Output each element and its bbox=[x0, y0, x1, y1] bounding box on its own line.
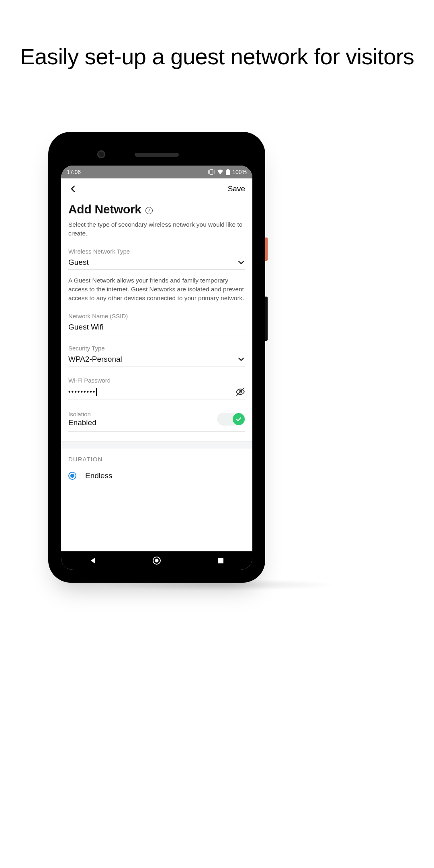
svg-point-8 bbox=[155, 559, 158, 563]
chevron-left-icon bbox=[69, 185, 77, 193]
save-button[interactable]: Save bbox=[228, 184, 245, 193]
ssid-label: Network Name (SSID) bbox=[68, 313, 245, 319]
isolation-toggle[interactable] bbox=[217, 413, 245, 426]
phone-speaker bbox=[135, 153, 179, 157]
svg-rect-4 bbox=[226, 170, 230, 175]
nav-recents-button[interactable] bbox=[215, 555, 227, 567]
duration-section-title: DURATION bbox=[68, 456, 245, 463]
chevron-down-icon bbox=[237, 355, 245, 363]
network-type-select[interactable]: Wireless Network Type Guest bbox=[68, 248, 245, 270]
phone-front-camera bbox=[97, 150, 105, 158]
password-label: Wi-Fi Password bbox=[68, 377, 245, 384]
radio-selected-icon bbox=[68, 472, 76, 480]
duration-option-label: Endless bbox=[85, 471, 113, 480]
back-button[interactable] bbox=[68, 184, 78, 194]
status-bar: 17:06 100% bbox=[61, 166, 252, 178]
duration-option-endless[interactable]: Endless bbox=[68, 471, 245, 480]
network-type-description: A Guest Network allows your friends and … bbox=[68, 276, 245, 302]
ssid-input[interactable] bbox=[68, 323, 245, 332]
svg-rect-0 bbox=[210, 170, 213, 174]
vibrate-icon bbox=[208, 169, 215, 175]
security-type-label: Security Type bbox=[68, 345, 245, 352]
phone-screen: 17:06 100% Save Add N bbox=[61, 166, 252, 570]
nav-home-button[interactable] bbox=[151, 555, 163, 567]
marketing-headline: Easily set-up a guest network for visito… bbox=[0, 42, 434, 71]
check-icon bbox=[235, 416, 242, 422]
isolation-value: Enabled bbox=[68, 418, 96, 427]
battery-icon bbox=[226, 169, 230, 175]
android-nav-bar bbox=[61, 551, 252, 570]
network-type-label: Wireless Network Type bbox=[68, 248, 245, 255]
svg-rect-9 bbox=[218, 558, 223, 563]
page-subtitle: Select the type of secondary wireless ne… bbox=[68, 220, 245, 237]
isolation-label: Isolation bbox=[68, 411, 96, 418]
status-time: 17:06 bbox=[67, 169, 81, 175]
phone-frame: 17:06 100% Save Add N bbox=[48, 132, 265, 583]
security-type-select[interactable]: Security Type WPA2-Personal bbox=[68, 345, 245, 366]
info-icon[interactable]: i bbox=[145, 207, 153, 214]
app-header: Save bbox=[61, 178, 252, 199]
password-input[interactable]: ••••••••• bbox=[68, 388, 97, 396]
nav-back-button[interactable] bbox=[87, 555, 99, 567]
chevron-down-icon bbox=[237, 258, 245, 266]
triangle-back-icon bbox=[89, 557, 96, 564]
security-type-value: WPA2-Personal bbox=[68, 355, 237, 364]
svg-rect-3 bbox=[227, 169, 229, 170]
section-divider bbox=[61, 441, 252, 448]
toggle-password-visibility-icon[interactable] bbox=[235, 387, 245, 397]
square-recents-icon bbox=[217, 557, 224, 564]
page-title: Add Network bbox=[68, 203, 141, 216]
network-type-value: Guest bbox=[68, 258, 237, 267]
phone-power-button bbox=[265, 237, 268, 261]
wifi-icon bbox=[217, 170, 223, 174]
status-battery-pct: 100% bbox=[232, 169, 247, 175]
circle-home-icon bbox=[152, 556, 161, 565]
phone-volume-button bbox=[265, 297, 268, 341]
